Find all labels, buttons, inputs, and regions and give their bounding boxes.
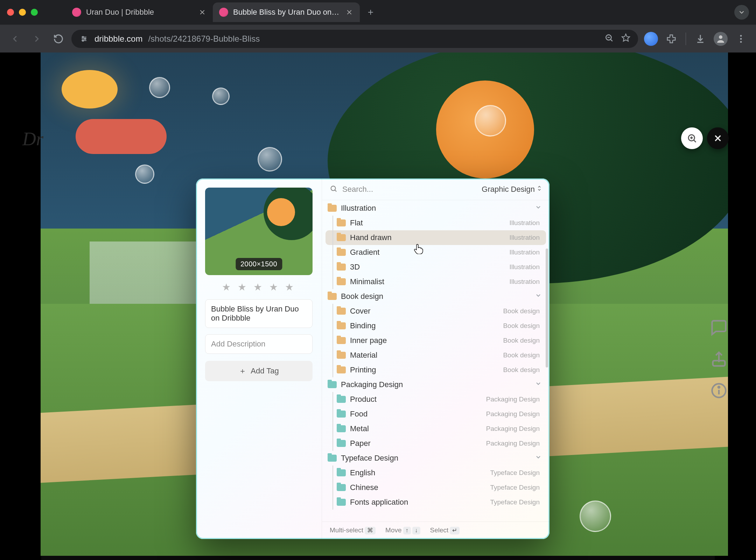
search-icon [330,185,337,194]
folder-item-label: Inner page [350,336,387,345]
folder-item-label: Material [350,351,377,360]
folder-item[interactable]: 3DIllustration [326,260,546,274]
folder-item-trail: Book design [503,337,540,344]
folder-item[interactable]: MaterialBook design [326,348,546,363]
folder-group-header[interactable]: Typeface Design [326,451,546,465]
tree-indent [332,260,333,274]
title-field[interactable]: Bubble Bliss by Uran Duo on Dribbble [205,299,313,328]
folder-item-label: Chinese [350,483,378,492]
browser-toolbar: dribbble.com/shots/24218679-Bubble-Bliss [0,24,756,52]
folder-item-label: Cover [350,307,371,316]
close-shot-button[interactable] [707,127,729,149]
folder-item[interactable]: Inner pageBook design [326,333,546,348]
zoom-indicator-icon[interactable] [604,33,614,44]
new-tab-button[interactable]: + [363,5,378,20]
folder-icon [337,396,346,403]
folder-item-label: Binding [350,321,376,330]
bookmark-star-icon[interactable] [621,33,630,44]
scrollbar-thumb[interactable] [546,248,548,368]
svg-point-5 [82,40,84,41]
hint-select: Select↵ [430,526,460,534]
folder-item[interactable]: Hand drawnIllustration [326,230,546,245]
info-button[interactable] [710,382,728,400]
folder-icon [337,440,346,447]
hint-move: Move↑↓ [385,526,420,534]
downloads-button[interactable] [692,30,709,48]
tab-close-button[interactable] [345,8,354,16]
folder-item[interactable]: CoverBook design [326,304,546,318]
folder-item[interactable]: EnglishTypeface Design [326,465,546,480]
window-maximize-button[interactable] [31,9,38,16]
folder-group-header[interactable]: Packaging Design [326,377,546,392]
folder-item[interactable]: Fonts applicationTypeface Design [326,495,546,510]
tree-indent [332,436,333,451]
folder-search-input[interactable]: Search... [342,185,477,194]
modal-left-pane: 2000×1500 ★ ★ ★ ★ ★ Bubble Bliss by Uran… [196,178,322,539]
add-tag-label: Add Tag [251,366,279,376]
nav-forward-button[interactable] [28,30,46,48]
svg-point-25 [331,186,336,190]
share-button[interactable] [710,350,728,368]
updown-icon [537,185,542,194]
folder-item-label: Metal [350,424,369,433]
site-settings-icon[interactable] [79,34,89,44]
folder-item-trail: Book design [503,351,540,359]
folder-item[interactable]: ChineseTypeface Design [326,480,546,495]
tree-indent [332,495,333,510]
folder-item[interactable]: PaperPackaging Design [326,436,546,451]
folder-item[interactable]: BindingBook design [326,318,546,333]
folder-item[interactable]: FlatIllustration [326,216,546,230]
folder-item[interactable]: GradientIllustration [326,245,546,260]
folder-item[interactable]: PrintingBook design [326,363,546,377]
folder-item-label: Gradient [350,248,379,257]
folder-group-header[interactable]: Book design [326,289,546,304]
nav-back-button[interactable] [6,30,24,48]
add-tag-button[interactable]: ＋ Add Tag [205,361,313,381]
folder-item-label: 3D [350,262,360,272]
kbd-enter-icon: ↵ [450,527,460,534]
url-path: /shots/24218679-Bubble-Bliss [148,34,260,44]
description-field[interactable]: Add Description [205,334,313,354]
folder-item[interactable]: ProductPackaging Design [326,392,546,407]
page-content: Dr 2000×1500 ★ ★ ★ ★ ★ [0,52,756,560]
browser-window: Uran Duo | Dribbble Bubble Bliss by Uran… [0,0,756,560]
folder-item-trail: Illustration [509,234,540,241]
rating-stars[interactable]: ★ ★ ★ ★ ★ [205,281,313,293]
folder-item[interactable]: MetalPackaging Design [326,421,546,436]
address-bar[interactable]: dribbble.com/shots/24218679-Bubble-Bliss [71,30,638,48]
folder-item-label: Fonts application [350,498,408,507]
profile-button[interactable] [712,30,729,48]
folder-item-label: English [350,468,375,477]
zoom-shot-button[interactable] [681,127,703,149]
extensions-menu-button[interactable] [663,30,680,48]
extension-button[interactable] [642,30,660,48]
folder-list[interactable]: IllustrationFlatIllustrationHand drawnIl… [322,200,550,522]
shot-thumbnail: 2000×1500 [205,188,313,275]
folder-item[interactable]: MinimalistIllustration [326,274,546,289]
tab-overflow-button[interactable] [734,5,749,20]
folder-icon [337,322,346,329]
folder-item[interactable]: FoodPackaging Design [326,407,546,421]
svg-line-16 [694,140,696,142]
tree-indent [332,216,333,230]
folder-icon [337,234,346,241]
tab-uran-duo[interactable]: Uran Duo | Dribbble [66,2,213,22]
window-minimize-button[interactable] [19,9,26,16]
kebab-menu-button[interactable] [732,30,750,48]
folder-item-trail: Packaging Design [486,425,540,433]
tab-bubble-bliss[interactable]: Bubble Bliss by Uran Duo on Dribbble [213,2,360,22]
folder-item-trail: Illustration [509,263,540,271]
folder-item-trail: Illustration [509,278,540,286]
folder-group-header[interactable]: Illustration [326,201,546,216]
folder-item-trail: Book design [503,322,540,330]
tree-indent [332,421,333,436]
svg-marker-9 [622,34,630,41]
folder-icon [337,308,346,315]
feedback-button[interactable] [710,318,728,337]
window-close-button[interactable] [7,9,14,16]
tab-title: Bubble Bliss by Uran Duo on Dribbble [233,8,340,17]
reload-button[interactable] [50,30,67,48]
category-dropdown[interactable]: Graphic Design [482,185,542,194]
svg-point-24 [718,386,720,388]
tab-close-button[interactable] [198,8,206,16]
